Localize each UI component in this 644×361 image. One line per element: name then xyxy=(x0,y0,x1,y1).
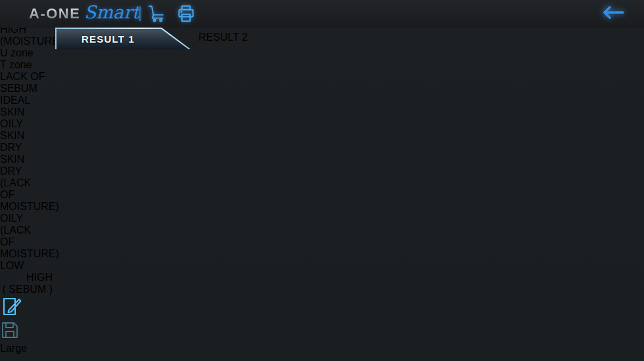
grid-cell-lack-of-sebum: LACK OF SEBUM xyxy=(0,71,48,95)
axis-label-low: LOW xyxy=(0,260,644,272)
skin-type-grid: LACK OF SEBUM IDEAL SKIN OILY SKIN DRY S… xyxy=(0,71,644,260)
grid-cell-dry-lack-of-moisture: DRY (LACK OF MOISTURE) xyxy=(0,165,38,213)
result-orb-pore[interactable]: Large xyxy=(0,343,85,361)
cart-icon[interactable] xyxy=(147,4,167,24)
header-separator xyxy=(139,7,141,21)
brand-logo: A-ONE xyxy=(29,5,80,22)
axis-label-high-sebum: HIGH xyxy=(0,272,53,284)
grid-cell-dry-skin: DRY SKIN xyxy=(0,142,43,165)
grid-cell-ideal-skin: IDEAL SKIN xyxy=(0,95,48,118)
legend-tzone-label: T zone xyxy=(0,59,644,71)
tab-result1-label: RESULT 1 xyxy=(81,33,135,45)
grid-cell-oily-lack-of-moisture: OILY (LACK OF MOISTURE) xyxy=(0,213,43,260)
printer-icon[interactable] xyxy=(176,4,196,24)
tab-result2-label: RESULT 2 xyxy=(198,32,248,43)
app-root: A-ONE Smart xyxy=(0,0,644,361)
axis-label-sebum-sub: ( SEBUM ) xyxy=(0,284,53,295)
back-arrow-icon[interactable] xyxy=(601,5,626,20)
brand-logo-script: Smart xyxy=(84,2,139,22)
top-bar: A-ONE Smart xyxy=(0,0,644,28)
grid-cell-oily-skin: OILY SKIN xyxy=(0,118,48,142)
edit-note-icon[interactable] xyxy=(0,295,644,320)
save-icon[interactable] xyxy=(0,320,644,343)
result-value: Large xyxy=(0,343,85,354)
content-card: COMPLEX SKIN Your skin is a complex that… xyxy=(0,0,644,361)
